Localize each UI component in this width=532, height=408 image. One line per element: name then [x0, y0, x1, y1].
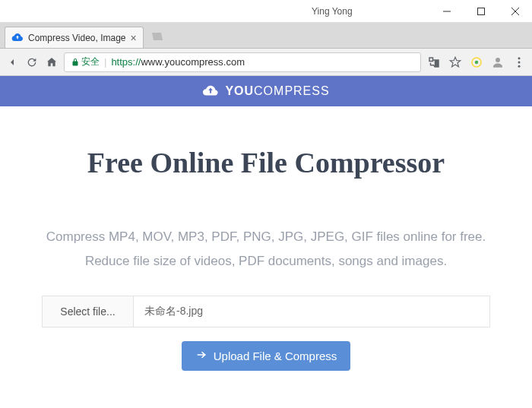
window-user-label: Ying Yong	[312, 6, 353, 17]
lock-icon	[71, 58, 80, 67]
arrow-right-icon	[195, 349, 207, 363]
translate-icon[interactable]	[427, 55, 441, 69]
svg-point-7	[518, 57, 521, 59]
extension-icon[interactable]	[470, 55, 483, 69]
window-minimize-button[interactable]	[429, 0, 464, 23]
nav-icons	[6, 56, 58, 68]
reload-button[interactable]	[26, 56, 38, 68]
upload-button-label: Upload File & Compress	[214, 349, 337, 362]
selected-filename[interactable]: 未命名-8.jpg	[134, 296, 489, 327]
url-protocol: https://	[111, 56, 141, 68]
hero-section: Free Online File Compressor	[0, 106, 532, 187]
secure-indicator: 安全	[71, 55, 100, 68]
file-select-row: Select file... 未命名-8.jpg	[42, 296, 490, 327]
upload-compress-button[interactable]: Upload File & Compress	[182, 341, 351, 371]
page-description: Compress MP4, MOV, MP3, PDF, PNG, JPG, J…	[0, 187, 532, 289]
profile-icon[interactable]	[491, 55, 505, 69]
window-titlebar: Ying Yong	[0, 0, 532, 23]
browser-tabstrip: Compress Video, Image ×	[0, 23, 532, 49]
page-title: Free Online File Compressor	[23, 146, 509, 179]
home-button[interactable]	[46, 56, 58, 68]
brand-part2: COMPRESS	[254, 84, 330, 97]
window-maximize-button[interactable]	[464, 0, 498, 23]
tab-favicon-icon	[11, 32, 24, 44]
window-controls	[429, 0, 532, 23]
window-close-button[interactable]	[498, 0, 532, 23]
brand-part1: YOU	[225, 84, 254, 97]
back-button[interactable]	[6, 56, 18, 68]
browser-tab[interactable]: Compress Video, Image ×	[5, 27, 144, 48]
address-bar[interactable]: 安全 | https://www.youcompress.com	[64, 52, 421, 72]
svg-rect-1	[477, 8, 484, 14]
site-header: YOUCOMPRESS	[0, 76, 532, 106]
tab-close-icon[interactable]: ×	[131, 32, 137, 44]
svg-point-6	[496, 58, 500, 62]
tab-title: Compress Video, Image	[28, 33, 126, 43]
url-host: www.youcompress.com	[141, 56, 245, 68]
select-file-button[interactable]: Select file...	[43, 296, 134, 327]
secure-label: 安全	[81, 55, 100, 68]
toolbar-right-icons	[427, 55, 526, 69]
brand-cloud-icon	[202, 85, 219, 97]
brand-text: YOUCOMPRESS	[225, 84, 329, 98]
menu-icon[interactable]	[512, 55, 526, 69]
upload-section: Upload File & Compress	[0, 341, 532, 386]
new-tab-button[interactable]	[148, 28, 166, 46]
svg-point-9	[518, 65, 521, 67]
svg-point-8	[518, 61, 521, 63]
svg-point-5	[475, 60, 479, 64]
page-viewport[interactable]: YOUCOMPRESS Free Online File Compressor …	[0, 76, 532, 408]
url-text: https://www.youcompress.com	[111, 56, 245, 68]
bookmark-star-icon[interactable]	[448, 55, 462, 69]
browser-toolbar: 安全 | https://www.youcompress.com	[0, 49, 532, 76]
